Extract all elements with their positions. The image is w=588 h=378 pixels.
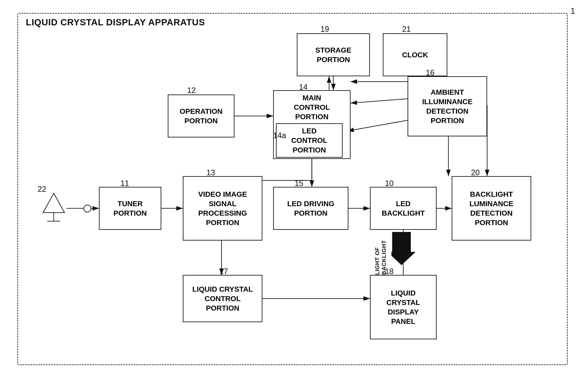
main-control-label: MAINCONTROLPORTION bbox=[276, 93, 348, 122]
liquid-crystal-panel-label: LIQUIDCRYSTALDISPLAYPANEL bbox=[387, 288, 420, 326]
ref-15: 15 bbox=[295, 179, 303, 188]
operation-portion-label: OPERATIONPORTION bbox=[180, 107, 223, 125]
antenna-symbol bbox=[41, 191, 67, 226]
main-control-block: MAINCONTROLPORTION LEDCONTROLPORTION bbox=[273, 90, 351, 159]
backlight-luminance-block: BACKLIGHTLUMINANCEDETECTIONPORTION bbox=[452, 176, 531, 241]
ref-16: 16 bbox=[426, 68, 434, 77]
page: 1 LIQUID CRYSTAL DISPLAY APPARATUS bbox=[0, 0, 588, 378]
svg-marker-27 bbox=[391, 232, 415, 265]
liquid-crystal-control-block: LIQUID CRYSTALCONTROLPORTION bbox=[183, 275, 262, 322]
ref-11: 11 bbox=[120, 179, 129, 188]
ref-21: 21 bbox=[402, 25, 411, 34]
led-backlight-block: LEDBACKLIGHT bbox=[370, 187, 437, 230]
clock-block: CLOCK bbox=[383, 33, 447, 76]
ref-20: 20 bbox=[471, 168, 480, 177]
ref-19: 19 bbox=[320, 25, 329, 34]
storage-portion-label: STORAGEPORTION bbox=[315, 45, 351, 64]
led-control-label: LEDCONTROLPORTION bbox=[291, 126, 327, 155]
led-control-block: LEDCONTROLPORTION bbox=[276, 123, 343, 158]
ref-10: 10 bbox=[385, 179, 394, 188]
svg-marker-28 bbox=[43, 193, 65, 213]
led-backlight-label: LEDBACKLIGHT bbox=[382, 199, 425, 218]
ref-17: 17 bbox=[219, 267, 228, 276]
tuner-portion-label: TUNERPORTION bbox=[114, 199, 147, 218]
ambient-illuminance-label: AMBIENTILLUMINANCEDETECTIONPORTION bbox=[422, 87, 473, 125]
connector-circle bbox=[84, 205, 91, 212]
led-driving-block: LED DRIVINGPORTION bbox=[273, 187, 348, 230]
ref-12: 12 bbox=[187, 86, 196, 95]
liquid-crystal-control-label: LIQUID CRYSTALCONTROLPORTION bbox=[192, 284, 253, 313]
ref-14a: 14a bbox=[273, 131, 286, 140]
operation-portion-block: OPERATIONPORTION bbox=[168, 94, 234, 137]
ref-13: 13 bbox=[206, 168, 215, 177]
clock-label: CLOCK bbox=[402, 50, 428, 59]
ambient-illuminance-block: AMBIENTILLUMINANCEDETECTIONPORTION bbox=[408, 76, 487, 136]
ref-14: 14 bbox=[299, 83, 308, 92]
ref-18: 18 bbox=[385, 267, 394, 276]
video-image-label: VIDEO IMAGESIGNALPROCESSINGPORTION bbox=[198, 189, 247, 228]
backlight-luminance-label: BACKLIGHTLUMINANCEDETECTIONPORTION bbox=[470, 189, 513, 228]
tuner-portion-block: TUNERPORTION bbox=[99, 187, 161, 230]
liquid-crystal-panel-block: LIQUIDCRYSTALDISPLAYPANEL bbox=[370, 275, 437, 339]
video-image-block: VIDEO IMAGESIGNALPROCESSINGPORTION bbox=[183, 176, 262, 241]
storage-portion-block: STORAGEPORTION bbox=[297, 33, 370, 76]
ref-main: 1 bbox=[571, 6, 575, 16]
ref-22: 22 bbox=[38, 185, 46, 194]
light-of-backlight-arrow bbox=[391, 232, 415, 270]
diagram-title: LIQUID CRYSTAL DISPLAY APPARATUS bbox=[26, 17, 205, 27]
led-driving-label: LED DRIVINGPORTION bbox=[287, 199, 334, 218]
